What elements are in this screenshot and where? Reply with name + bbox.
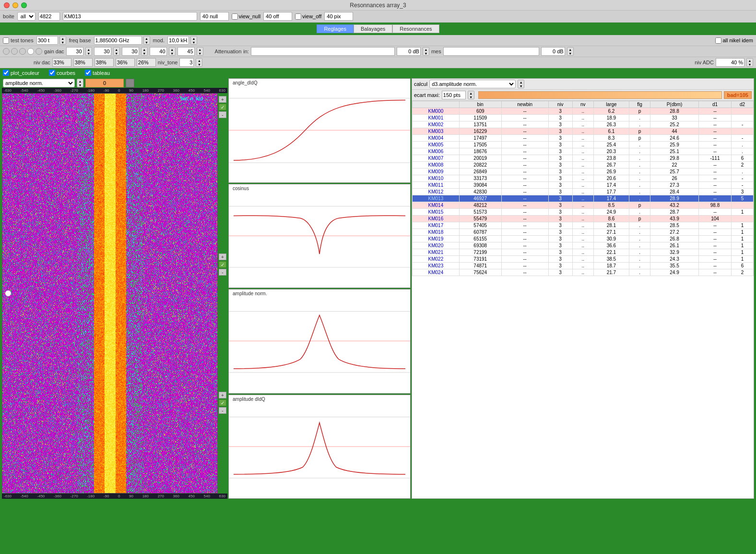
- att-mes-up[interactable]: ▲: [567, 48, 573, 51]
- side-plus-3[interactable]: +: [219, 392, 226, 398]
- gain-input-2[interactable]: [94, 47, 111, 56]
- km-link[interactable]: KM012: [428, 189, 444, 194]
- table-row[interactable]: KM00213751--3..26.3.25.2---: [413, 121, 754, 128]
- gain-up-5[interactable]: ▲: [197, 48, 203, 51]
- table-row[interactable]: KM01139084--3..17.4.27.3---: [413, 182, 754, 189]
- calcul-up[interactable]: ▲: [518, 80, 524, 84]
- km-link[interactable]: KM005: [428, 142, 444, 147]
- table-row[interactable]: KM00618676--3..20.3.25.1--.: [413, 148, 754, 155]
- circle-4[interactable]: [27, 48, 34, 55]
- side-minus-1[interactable]: -: [219, 111, 226, 118]
- km-link[interactable]: KM021: [428, 250, 444, 255]
- gain-stepper-5[interactable]: ▲ ▼: [197, 47, 203, 56]
- km-link[interactable]: KM013: [428, 196, 444, 201]
- ecart-down[interactable]: ▼: [468, 95, 474, 99]
- side-plus-2[interactable]: +: [219, 253, 226, 260]
- niv-adc-stepper[interactable]: ▲ ▼: [746, 58, 753, 67]
- ecart-stepper[interactable]: ▲ ▼: [468, 91, 474, 99]
- tab-balayages[interactable]: Balayages: [354, 24, 392, 33]
- gain-stepper-1[interactable]: ▲ ▼: [85, 47, 92, 56]
- ecart-input[interactable]: [442, 91, 466, 99]
- att-mes-stepper[interactable]: ▲ ▼: [567, 47, 574, 56]
- freq300-stepper[interactable]: ▲ ▼: [59, 36, 66, 45]
- km-link[interactable]: KM019: [428, 236, 444, 241]
- side-check-1[interactable]: ✓: [219, 104, 226, 110]
- table-row[interactable]: KM01448212--3..8.5p43.298.8: [413, 202, 754, 209]
- gain-up-4[interactable]: ▲: [169, 48, 175, 51]
- courbes-checkbox[interactable]: [49, 70, 55, 76]
- device-input[interactable]: [63, 12, 197, 21]
- km-link[interactable]: KM010: [428, 176, 444, 181]
- circle-1[interactable]: [3, 48, 10, 55]
- freq300-down[interactable]: ▼: [60, 40, 66, 44]
- table-row[interactable]: KM01346927--3..17.4.28.9--5: [413, 195, 754, 202]
- att-in-up[interactable]: ▲: [423, 48, 429, 51]
- all-nikel-check[interactable]: all nikel idem: [715, 37, 753, 44]
- km-link[interactable]: KM008: [428, 162, 444, 168]
- table-row[interactable]: KM01551573--3..24.9.28.7--1: [413, 209, 754, 216]
- table-row[interactable]: KM02374871--3..18.7.35.5--6: [413, 263, 754, 269]
- gain-down-1[interactable]: ▼: [86, 51, 92, 55]
- att-in-input[interactable]: [251, 47, 395, 56]
- niv-tone-stepper[interactable]: ▲ ▼: [196, 58, 202, 67]
- niv-tone-input[interactable]: [179, 58, 194, 67]
- km-link[interactable]: KM004: [428, 135, 444, 141]
- gain-input-4[interactable]: [150, 47, 167, 56]
- boite-select[interactable]: all: [17, 12, 35, 21]
- niv-tone-down[interactable]: ▼: [196, 62, 202, 66]
- niv-adc-input[interactable]: [716, 58, 744, 67]
- test-tones-check[interactable]: test tones: [3, 37, 34, 44]
- gain-input-1[interactable]: [66, 47, 83, 56]
- gain-down-2[interactable]: ▼: [114, 51, 119, 55]
- freq-base-down[interactable]: ▼: [144, 40, 150, 44]
- km-link[interactable]: KM020: [428, 243, 444, 248]
- plot-couleur-check[interactable]: plot_couleur: [3, 70, 39, 76]
- gain-up-1[interactable]: ▲: [86, 48, 92, 51]
- freq-base-up[interactable]: ▲: [144, 36, 150, 40]
- mod-up[interactable]: ▲: [191, 36, 197, 40]
- number-input[interactable]: [38, 12, 60, 21]
- table-row[interactable]: KM00417497--3..8.3p24.6---: [413, 135, 754, 142]
- km-link[interactable]: KM007: [428, 156, 444, 161]
- att-in-down[interactable]: ▼: [423, 51, 429, 55]
- table-row[interactable]: KM00926849--3..26.9.25.7--.: [413, 169, 754, 175]
- tab-resonnances[interactable]: Resonnances: [392, 24, 439, 33]
- km-link[interactable]: KM000: [428, 108, 444, 114]
- view-null-check[interactable]: view_null: [232, 13, 260, 20]
- table-row[interactable]: KM02172199--3..22.1.32.9--1: [413, 249, 754, 256]
- calcul-down[interactable]: ▼: [518, 84, 524, 88]
- side-minus-3[interactable]: -: [219, 407, 226, 414]
- gain-down-3[interactable]: ▼: [142, 51, 147, 55]
- km-link[interactable]: KM022: [428, 256, 444, 262]
- table-row[interactable]: KM00316229--3..6.1p44--: [413, 128, 754, 135]
- side-minus-2[interactable]: -: [219, 269, 226, 276]
- side-plus-1[interactable]: +: [219, 96, 226, 103]
- maximize-button[interactable]: [21, 2, 27, 8]
- km-link[interactable]: KM024: [428, 270, 444, 275]
- view-off-checkbox[interactable]: [295, 13, 301, 20]
- km-link[interactable]: KM009: [428, 169, 444, 174]
- courbes-check[interactable]: courbes: [49, 70, 75, 76]
- gain-input-3[interactable]: [122, 47, 139, 56]
- niv-adc-down[interactable]: ▼: [747, 62, 753, 66]
- table-wrapper[interactable]: bin newbin niv nv large flg P(dbm) d1 d2…: [412, 101, 754, 498]
- view-off-check[interactable]: view_off: [295, 13, 321, 20]
- km-link[interactable]: KM023: [428, 263, 444, 268]
- table-row[interactable]: KM02475624--3..21.7.24.9--2: [413, 269, 754, 276]
- att-mes-input[interactable]: [443, 47, 539, 56]
- att-mes-down[interactable]: ▼: [567, 51, 573, 55]
- table-row[interactable]: KM01242830--3..17.7.28.4--3: [413, 189, 754, 195]
- tableau-check[interactable]: tableau: [85, 70, 110, 76]
- gain-input-5[interactable]: [177, 47, 195, 56]
- km-link[interactable]: KM016: [428, 216, 444, 221]
- gain-up-2[interactable]: ▲: [114, 48, 119, 51]
- table-row[interactable]: KM02069308--3..36.6.26.1--1: [413, 242, 754, 249]
- amplitude-stepper[interactable]: ▲ ▼: [77, 79, 83, 87]
- freq-base-input[interactable]: [94, 36, 142, 45]
- table-row[interactable]: KM00111509--3..18.9.33--: [413, 115, 754, 121]
- table-row[interactable]: KM00820822--3..26.7.22--2: [413, 162, 754, 169]
- amplitude-down[interactable]: ▼: [77, 83, 83, 87]
- km-link[interactable]: KM017: [428, 223, 444, 228]
- table-row[interactable]: KM02273191--3..38.5.24.3--1: [413, 256, 754, 263]
- att-in-db[interactable]: [397, 47, 421, 56]
